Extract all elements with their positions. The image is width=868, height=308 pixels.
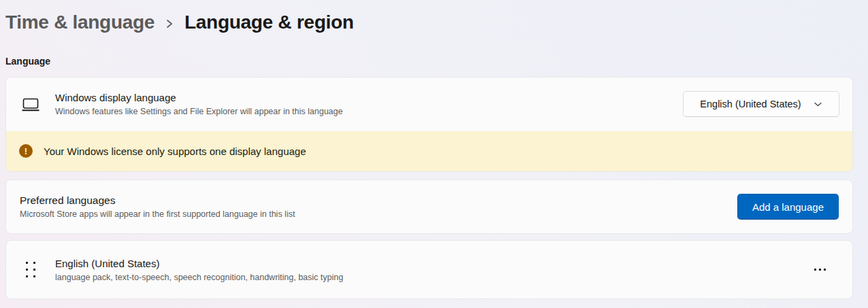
language-item-title: English (United States) [55, 256, 799, 271]
preferred-languages-title: Preferred languages [20, 193, 726, 207]
add-language-button[interactable]: Add a language [737, 194, 839, 220]
display-language-group: Windows display language Windows feature… [5, 77, 853, 172]
warning-icon: ! [19, 144, 33, 158]
license-warning-banner: ! Your Windows license only supports one… [6, 131, 852, 171]
drag-handle[interactable] [6, 262, 55, 277]
preferred-languages-card: Preferred languages Microsoft Store apps… [5, 179, 853, 234]
ellipsis-icon [814, 269, 816, 271]
display-language-subtitle: Windows features like Settings and File … [55, 106, 672, 118]
display-language-dropdown[interactable]: English (United States) [683, 91, 839, 117]
warning-text: Your Windows license only supports one d… [44, 146, 306, 157]
breadcrumb: Time & language Language & region [5, 8, 354, 37]
display-language-text: Windows display language Windows feature… [55, 90, 683, 118]
breadcrumb-parent-link[interactable]: Time & language [5, 12, 155, 33]
display-language-title: Windows display language [55, 90, 672, 105]
display-language-dropdown-value: English (United States) [700, 99, 801, 109]
language-list-item: English (United States) language pack, t… [5, 240, 853, 299]
windows-display-language-row: Windows display language Windows feature… [6, 78, 852, 131]
page-title: Language & region [184, 12, 353, 33]
language-item-subtitle: language pack, text-to-speech, speech re… [55, 272, 799, 284]
more-options-button[interactable] [810, 261, 829, 279]
language-item-text: English (United States) language pack, t… [55, 256, 810, 284]
chevron-down-icon [814, 101, 822, 107]
preferred-languages-text: Preferred languages Microsoft Store apps… [6, 193, 737, 220]
preferred-languages-subtitle: Microsoft Store apps will appear in the … [20, 209, 726, 220]
chevron-right-icon [165, 17, 174, 31]
drag-handle-dots-icon [26, 262, 35, 277]
section-label-language: Language [5, 56, 50, 67]
display-icon [6, 97, 55, 112]
